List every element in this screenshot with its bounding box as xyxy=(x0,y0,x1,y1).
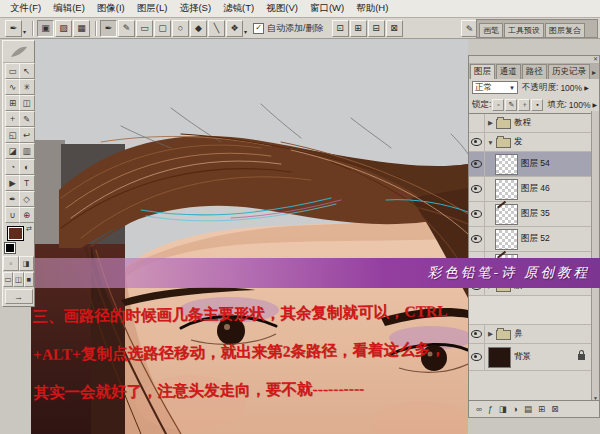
auto-add-delete-checkbox[interactable]: ✓ xyxy=(253,23,264,34)
visibility-cell[interactable] xyxy=(469,344,485,370)
eye-icon[interactable] xyxy=(471,235,482,243)
fullscreen-mode-button[interactable]: ■ xyxy=(24,272,34,287)
new-layer-icon[interactable]: ⊞ xyxy=(538,404,545,414)
background-layer-row[interactable]: 背景 xyxy=(469,344,591,371)
menu-window[interactable]: 窗口(W) xyxy=(304,0,350,17)
layer-row[interactable]: 图层 52 xyxy=(469,227,591,252)
tab-paths[interactable]: 路径 xyxy=(522,64,547,79)
move-tool[interactable]: ↖ xyxy=(19,63,35,79)
layer-thumbnail[interactable] xyxy=(495,154,518,175)
slice-tool[interactable]: ◫ xyxy=(19,95,35,111)
expand-arrow-icon[interactable]: ▶ xyxy=(485,330,496,338)
expand-arrow-icon[interactable]: ▼ xyxy=(485,139,496,146)
adjustment-layer-icon[interactable]: ◑ xyxy=(513,404,518,414)
ellipse-tool-button[interactable]: ○ xyxy=(172,20,189,37)
fill-arrow-icon[interactable]: ▶ xyxy=(593,101,598,108)
opacity-arrow-icon[interactable]: ▶ xyxy=(584,84,589,91)
shape-tool[interactable]: ◇ xyxy=(19,191,35,207)
menu-image[interactable]: 图像(I) xyxy=(91,0,131,17)
eye-icon[interactable] xyxy=(471,210,482,218)
palette-menu-icon[interactable]: ▸ xyxy=(592,68,599,79)
foreground-color-swatch[interactable] xyxy=(7,226,24,241)
visibility-cell[interactable] xyxy=(469,227,485,251)
lock-transparency-icon[interactable]: ▫ xyxy=(492,99,504,111)
visibility-cell[interactable] xyxy=(469,177,485,201)
lock-pixels-icon[interactable]: ✎ xyxy=(505,99,517,111)
shape-layers-mode-button[interactable]: ▣ xyxy=(37,20,54,37)
palette-scrollbar[interactable]: ▼ xyxy=(591,111,599,401)
zoom-tool[interactable]: ⊕ xyxy=(19,207,35,223)
tool-preset-arrow-icon[interactable]: ▾ xyxy=(23,28,26,35)
lock-position-icon[interactable]: ＋ xyxy=(518,99,530,111)
visibility-cell[interactable] xyxy=(469,133,485,151)
fullscreen-menu-mode-button[interactable]: ◫ xyxy=(13,272,23,287)
exclude-path-area-button[interactable]: ⊠ xyxy=(386,20,403,37)
freeform-pen-tool-button[interactable]: ✎ xyxy=(118,20,135,37)
well-tab-layer-comps[interactable]: 图层复合 xyxy=(545,23,585,37)
history-brush-tool[interactable]: ↩ xyxy=(19,127,35,143)
layer-thumbnail[interactable] xyxy=(495,204,518,225)
document-canvas[interactable] xyxy=(31,38,468,434)
layer-row[interactable]: 图层 35 xyxy=(469,202,591,227)
add-path-area-button[interactable]: ⊡ xyxy=(332,20,349,37)
dodge-tool[interactable]: ◐ xyxy=(19,159,35,175)
layer-group-row[interactable]: ▼ 发 xyxy=(469,133,591,152)
magic-wand-tool[interactable]: ✳ xyxy=(19,79,35,95)
layer-thumbnail[interactable] xyxy=(495,229,518,250)
line-tool-button[interactable]: ╲ xyxy=(208,20,225,37)
eye-icon[interactable] xyxy=(471,185,482,193)
subtract-path-area-button[interactable]: ⊞ xyxy=(350,20,367,37)
menu-file[interactable]: 文件(F) xyxy=(4,0,47,17)
standard-mode-button[interactable]: ▫ xyxy=(3,256,19,271)
delete-layer-icon[interactable]: ⊠ xyxy=(551,404,558,414)
eye-icon[interactable] xyxy=(471,330,482,338)
current-tool-icon[interactable]: ✒ xyxy=(5,20,22,37)
menu-view[interactable]: 视图(V) xyxy=(260,0,304,17)
intersect-path-area-button[interactable]: ⊟ xyxy=(368,20,385,37)
close-icon[interactable]: ✕ xyxy=(593,56,598,63)
layer-row[interactable]: 图层 46 xyxy=(469,177,591,202)
gradient-tool[interactable]: ▥ xyxy=(19,143,35,159)
eye-icon[interactable] xyxy=(471,353,482,361)
type-tool[interactable]: T xyxy=(19,175,35,191)
layer-group-row[interactable]: ▶ 教程 xyxy=(469,114,591,133)
layer-mask-icon[interactable]: ◨ xyxy=(499,404,507,414)
lock-all-icon[interactable]: ▪ xyxy=(531,99,543,111)
quick-mask-mode-button[interactable]: ◨ xyxy=(19,256,35,271)
layer-group-row[interactable]: ▶ 鼻 xyxy=(469,325,591,344)
well-tab-brushes[interactable]: 画笔 xyxy=(479,23,503,37)
layer-row-selected[interactable]: 图层 54 xyxy=(469,152,591,177)
menu-edit[interactable]: 编辑(E) xyxy=(47,0,91,17)
background-color-swatch[interactable] xyxy=(5,243,15,253)
eye-icon[interactable] xyxy=(471,138,482,146)
custom-shape-tool-button[interactable]: ❖ xyxy=(226,20,243,37)
blend-mode-select[interactable]: 正常 ▼ xyxy=(472,81,518,94)
standard-screen-mode-button[interactable]: ▭ xyxy=(3,272,13,287)
layer-thumbnail[interactable] xyxy=(495,179,518,200)
pen-tool-button[interactable]: ✒ xyxy=(100,20,117,37)
menu-select[interactable]: 选择(S) xyxy=(173,0,217,17)
opacity-value[interactable]: 100% xyxy=(560,83,582,93)
rectangle-tool-button[interactable]: ▭ xyxy=(136,20,153,37)
fill-pixels-mode-button[interactable]: ▦ xyxy=(73,20,90,37)
menu-filter[interactable]: 滤镜(T) xyxy=(217,0,260,17)
menu-help[interactable]: 帮助(H) xyxy=(350,0,394,17)
visibility-cell[interactable] xyxy=(469,152,485,176)
layer-group-icon[interactable]: ▤ xyxy=(524,404,532,414)
eye-icon[interactable] xyxy=(471,160,482,168)
visibility-cell[interactable] xyxy=(469,325,485,343)
jump-to-imageready-button[interactable]: → xyxy=(5,289,33,304)
menu-layer[interactable]: 图层(L) xyxy=(131,0,174,17)
palette-drag-bar[interactable]: ✕ xyxy=(469,56,599,64)
well-tab-tool-presets[interactable]: 工具预设 xyxy=(504,23,544,37)
shape-options-arrow-icon[interactable]: ▾ xyxy=(244,28,247,35)
visibility-cell[interactable] xyxy=(469,114,485,132)
tab-channels[interactable]: 通道 xyxy=(496,64,521,79)
polygon-tool-button[interactable]: ◆ xyxy=(190,20,207,37)
expand-arrow-icon[interactable]: ▶ xyxy=(485,119,496,127)
fill-value[interactable]: 100% xyxy=(569,100,591,110)
tab-layers[interactable]: 图层 xyxy=(470,64,495,79)
tab-history[interactable]: 历史记录 xyxy=(548,64,590,79)
layer-link-icon[interactable]: ∞ xyxy=(476,404,482,414)
paths-mode-button[interactable]: ▨ xyxy=(55,20,72,37)
